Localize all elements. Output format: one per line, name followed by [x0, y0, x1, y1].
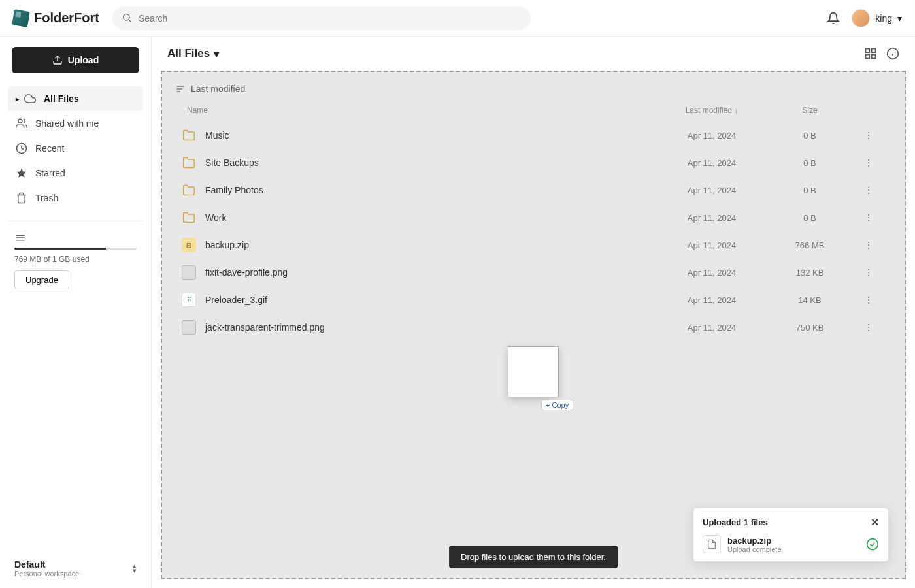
row-menu-icon[interactable]: ⋮: [852, 130, 885, 140]
search-container: [112, 7, 531, 30]
column-name[interactable]: Name: [182, 106, 656, 115]
file-size: 0 B: [767, 186, 852, 195]
sidebar-item-label: Shared with me: [35, 118, 99, 129]
file-modified: Apr 11, 2024: [656, 158, 767, 168]
file-size: 766 MB: [767, 240, 852, 250]
sort-label: Last modified: [191, 84, 245, 94]
chevron-down-icon: ▾: [897, 13, 902, 24]
svg-point-0: [124, 14, 129, 20]
row-menu-icon[interactable]: ⋮: [852, 322, 885, 333]
svg-rect-9: [866, 49, 870, 53]
table-row[interactable]: jack-transparent-trimmed.pngApr 11, 2024…: [175, 314, 891, 341]
row-menu-icon[interactable]: ⋮: [852, 157, 885, 168]
star-icon: [16, 167, 27, 179]
table-row[interactable]: Site BackupsApr 11, 20240 B⋮: [175, 149, 891, 176]
user-name: king: [875, 13, 892, 24]
search-icon: [122, 12, 132, 23]
svg-marker-5: [17, 169, 27, 178]
file-name: Preloader_3.gif: [205, 295, 656, 305]
file-name: Music: [205, 130, 656, 140]
toast-filename: backup.zip: [727, 536, 782, 546]
folder-icon: [182, 210, 196, 225]
table-row[interactable]: fixit-dave-profile.pngApr 11, 2024132 KB…: [175, 259, 891, 286]
sort-icon: [175, 84, 186, 94]
workspace-subtitle: Personal workspace: [14, 570, 79, 578]
grid-view-icon[interactable]: [864, 47, 877, 60]
file-size: 0 B: [767, 158, 852, 168]
file-modified: Apr 11, 2024: [656, 268, 767, 278]
file-modified: Apr 11, 2024: [656, 186, 767, 195]
upgrade-button[interactable]: Upgrade: [14, 270, 69, 289]
sidebar-item-all-files[interactable]: ▸ All Files: [8, 86, 143, 111]
file-modified: Apr 11, 2024: [656, 295, 767, 305]
dropzone[interactable]: Last modified Name Last modified ↓ Size …: [161, 71, 906, 579]
file-size: 0 B: [767, 131, 852, 140]
workspace-switcher[interactable]: Default Personal workspace ▴▾: [8, 554, 143, 578]
main-panel: All Files ▾ Last modified Name Last modi…: [152, 37, 915, 588]
svg-point-19: [867, 539, 878, 550]
column-modified[interactable]: Last modified ↓: [656, 106, 767, 115]
copy-badge: + Copy: [541, 400, 573, 410]
app-logo[interactable]: FolderFort: [13, 10, 99, 26]
sidebar-item-trash[interactable]: Trash: [8, 186, 143, 210]
folder-icon: [182, 183, 196, 197]
main-header: All Files ▾: [152, 37, 915, 71]
header-right: king ▾: [827, 9, 902, 27]
chevron-down-icon: ▾: [214, 47, 220, 61]
upload-icon: [52, 55, 63, 65]
table-row[interactable]: MusicApr 11, 20240 B⋮: [175, 122, 891, 149]
folder-icon: [182, 128, 196, 142]
clock-icon: [16, 142, 27, 154]
info-icon[interactable]: [886, 47, 899, 60]
file-name: jack-transparent-trimmed.png: [205, 322, 656, 333]
notifications-icon[interactable]: [827, 12, 840, 25]
arrow-down-icon: ↓: [734, 106, 738, 115]
table-row[interactable]: ⊡backup.zipApr 11, 2024766 MB⋮: [175, 231, 891, 259]
upload-button[interactable]: Upload: [12, 47, 139, 73]
sort-control[interactable]: Last modified: [175, 84, 891, 94]
file-icon: [703, 535, 721, 553]
table-row[interactable]: WorkApr 11, 20240 B⋮: [175, 204, 891, 231]
toast-title: Uploaded 1 files: [703, 517, 768, 527]
checkmark-icon: [866, 538, 879, 551]
storage-text: 769 MB of 1 GB used: [14, 255, 137, 264]
breadcrumb[interactable]: All Files ▾: [167, 47, 220, 61]
sidebar-item-starred[interactable]: Starred: [8, 161, 143, 186]
view-controls: [864, 47, 899, 60]
row-menu-icon[interactable]: ⋮: [852, 295, 885, 305]
image-thumb-icon: [182, 320, 196, 335]
file-name: backup.zip: [205, 240, 656, 250]
table-row[interactable]: ⠿Preloader_3.gifApr 11, 202414 KB⋮: [175, 286, 891, 314]
table-header: Name Last modified ↓ Size: [175, 106, 891, 122]
sidebar-item-label: All Files: [44, 93, 79, 104]
sidebar-item-recent[interactable]: Recent: [8, 136, 143, 161]
preloader-icon: ⠿: [182, 293, 196, 307]
column-size[interactable]: Size: [767, 106, 852, 115]
close-icon[interactable]: ✕: [871, 516, 879, 529]
upload-label: Upload: [68, 55, 99, 65]
svg-rect-12: [872, 55, 876, 59]
folder-icon: [182, 155, 196, 170]
storage-bar: [14, 248, 137, 250]
row-menu-icon[interactable]: ⋮: [852, 212, 885, 223]
divider: [8, 221, 143, 221]
logo-icon: [12, 9, 30, 27]
file-modified: Apr 11, 2024: [656, 240, 767, 250]
table-row[interactable]: Family PhotosApr 11, 20240 B⋮: [175, 176, 891, 204]
svg-rect-11: [866, 55, 870, 59]
file-name: fixit-dave-profile.png: [205, 267, 656, 278]
people-icon: [16, 118, 27, 129]
sidebar-item-label: Starred: [35, 168, 65, 178]
sidebar: Upload ▸ All Files Shared with me Recent…: [0, 37, 152, 588]
search-input[interactable]: [112, 7, 531, 30]
user-menu[interactable]: king ▾: [852, 9, 902, 27]
cloud-icon: [24, 93, 36, 105]
file-size: 750 KB: [767, 323, 852, 333]
row-menu-icon[interactable]: ⋮: [852, 185, 885, 195]
sidebar-item-shared[interactable]: Shared with me: [8, 111, 143, 136]
page-title: All Files: [167, 47, 210, 60]
row-menu-icon[interactable]: ⋮: [852, 267, 885, 278]
row-menu-icon[interactable]: ⋮: [852, 240, 885, 250]
image-thumb-icon: [182, 265, 196, 280]
file-name: Site Backups: [205, 157, 656, 168]
